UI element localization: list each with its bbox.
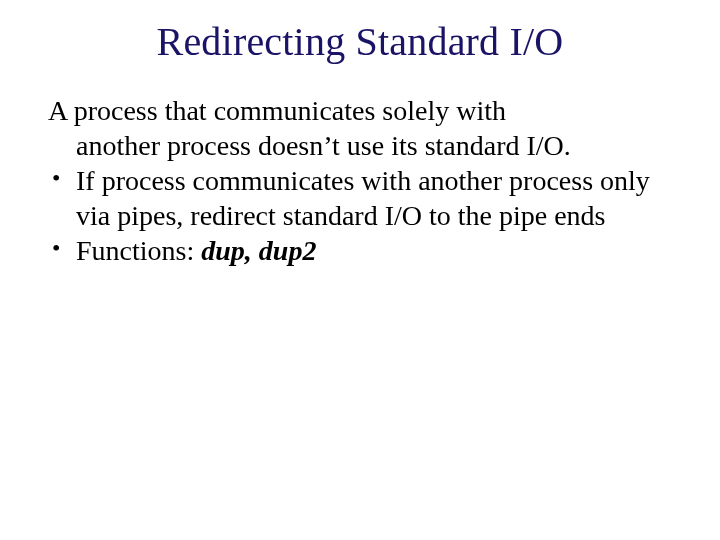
slide: Redirecting Standard I/O A process that … (0, 0, 720, 540)
intro-text: A process that communicates solely with … (48, 93, 672, 163)
bullet-list: If process communicates with another pro… (48, 163, 672, 268)
bullet-item: Functions: dup, dup2 (48, 233, 672, 268)
functions-label: Functions: (76, 235, 201, 266)
slide-title: Redirecting Standard I/O (0, 0, 720, 65)
bullet-item: If process communicates with another pro… (48, 163, 672, 233)
slide-body: A process that communicates solely with … (0, 65, 720, 268)
intro-line-2: another process doesn’t use its standard… (48, 128, 672, 163)
functions-names: dup, dup2 (201, 235, 316, 266)
intro-line-1: A process that communicates solely with (48, 93, 672, 128)
bullet-text: If process communicates with another pro… (76, 165, 650, 231)
